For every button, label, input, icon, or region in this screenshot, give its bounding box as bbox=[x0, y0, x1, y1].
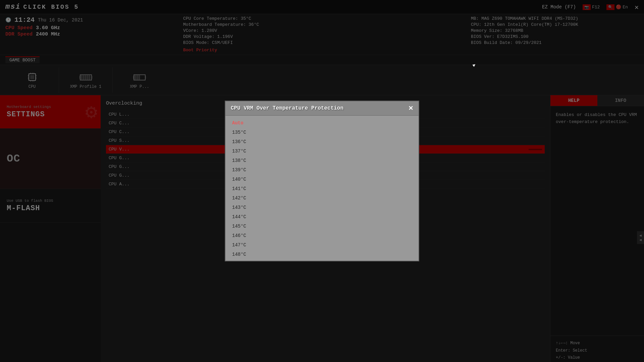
dropdown-item[interactable]: 144°C bbox=[225, 212, 419, 222]
dropdown-item[interactable]: 148°C bbox=[225, 250, 419, 256]
dropdown-item[interactable]: 135°C bbox=[225, 128, 419, 137]
modal-title: CPU VRM Over Temperature Protection bbox=[231, 105, 343, 111]
dropdown-item[interactable]: 136°C bbox=[225, 137, 419, 146]
dropdown-item[interactable]: 140°C bbox=[225, 175, 419, 184]
dropdown-item[interactable]: Auto bbox=[225, 118, 419, 128]
dropdown-item[interactable]: 145°C bbox=[225, 222, 419, 231]
dropdown-item[interactable]: 142°C bbox=[225, 193, 419, 203]
modal-close-button[interactable]: ✕ bbox=[408, 105, 413, 111]
dropdown-item[interactable]: 143°C bbox=[225, 203, 419, 212]
dropdown-item[interactable]: 147°C bbox=[225, 240, 419, 250]
dropdown-item[interactable]: 137°C bbox=[225, 146, 419, 156]
dropdown-item[interactable]: 138°C bbox=[225, 156, 419, 165]
modal-body[interactable]: Auto135°C136°C137°C138°C139°C140°C141°C1… bbox=[225, 116, 419, 256]
modal-header: CPU VRM Over Temperature Protection ✕ bbox=[225, 101, 419, 116]
modal-overlay: CPU VRM Over Temperature Protection ✕ Au… bbox=[0, 0, 644, 362]
modal-dialog: CPU VRM Over Temperature Protection ✕ Au… bbox=[225, 101, 419, 261]
dropdown-item[interactable]: 139°C bbox=[225, 165, 419, 175]
dropdown-item[interactable]: 141°C bbox=[225, 184, 419, 193]
dropdown-item[interactable]: 146°C bbox=[225, 231, 419, 240]
